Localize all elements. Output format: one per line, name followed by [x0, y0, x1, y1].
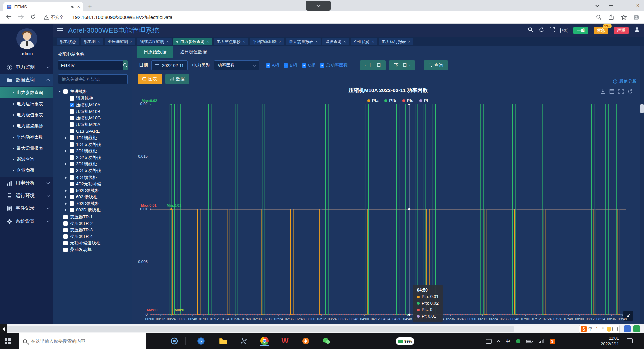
window-maximize-button[interactable]: [623, 4, 626, 7]
phase-checkbox-item[interactable]: A相: [266, 62, 279, 68]
phase-checkbox-item[interactable]: B相: [284, 62, 297, 68]
tab-close-icon[interactable]: ×: [98, 39, 100, 44]
sidebar-subitem[interactable]: 谐波查询: [0, 154, 53, 165]
tree-item[interactable]: 602 馈线柜: [58, 194, 128, 201]
tab-close-icon[interactable]: ×: [206, 39, 209, 44]
browser-dropdown-button[interactable]: [306, 1, 331, 11]
data-view-button[interactable]: 数据: [165, 74, 189, 84]
tree-checkbox[interactable]: [70, 129, 74, 133]
docked-app-blue-icon[interactable]: [624, 325, 631, 332]
user-icon[interactable]: [634, 27, 640, 34]
data-tab[interactable]: 逐日极值数据: [173, 46, 214, 58]
phase-checkbox[interactable]: [302, 63, 306, 68]
tree-collapse-icon[interactable]: [65, 137, 67, 139]
workspace-tab[interactable]: 变压器监测×: [105, 38, 135, 45]
tree-item[interactable]: 柴油发动机: [58, 246, 128, 253]
sogou-logo-icon[interactable]: S: [581, 326, 587, 332]
green-tray-icon[interactable]: [516, 339, 521, 344]
vscroll-thumb[interactable]: [640, 104, 644, 113]
refresh-icon[interactable]: [628, 89, 633, 95]
punctuation-icon[interactable]: ’: [594, 327, 599, 332]
extreme-analysis-link[interactable]: 最值分析: [613, 78, 637, 84]
tree-checkbox[interactable]: [70, 201, 74, 206]
taskbar-search-input[interactable]: [30, 338, 131, 344]
tree-checkbox[interactable]: [70, 175, 74, 180]
workspace-tab[interactable]: 配电状态: [57, 38, 79, 45]
clock-app-icon[interactable]: [196, 336, 206, 346]
workspace-tab[interactable]: 电力参数查询×: [173, 38, 212, 45]
download-icon[interactable]: [600, 89, 605, 95]
tree-checkbox[interactable]: [70, 182, 74, 186]
tab-close-icon[interactable]: ×: [343, 39, 346, 44]
tablet-icon[interactable]: [486, 339, 492, 344]
share-icon[interactable]: [608, 14, 614, 20]
tree-checkbox[interactable]: [70, 135, 74, 140]
ime-indicator[interactable]: 中: [506, 338, 510, 344]
cortana-icon[interactable]: [170, 336, 179, 346]
tree-item[interactable]: G13 SPARE: [58, 128, 128, 135]
tree-item[interactable]: 4D2无功补偿: [58, 181, 128, 187]
sogou-language-bar[interactable]: S 中 ’ °: [579, 325, 620, 333]
security-warning[interactable]: 不安全: [44, 14, 64, 21]
sidebar-item[interactable]: 运行环境: [0, 189, 53, 202]
fullscreen-icon[interactable]: [550, 27, 555, 34]
sidebar-subitem[interactable]: 电力极值报表: [0, 109, 53, 120]
legend-item[interactable]: Pfc: [402, 98, 413, 103]
data-view-icon[interactable]: [609, 89, 614, 95]
legend-item[interactable]: Pfa: [367, 98, 378, 103]
scroll-left-button[interactable]: [0, 324, 7, 334]
tree-collapse-icon[interactable]: [65, 163, 67, 165]
refresh-icon[interactable]: [539, 27, 544, 34]
new-tab-button[interactable]: +: [88, 3, 92, 10]
tree-item[interactable]: 变压器TR-1: [58, 214, 128, 220]
profile-avatar-icon[interactable]: [633, 14, 639, 21]
date-input[interactable]: 2022-02-11: [151, 60, 188, 70]
tree-collapse-icon[interactable]: [65, 189, 67, 192]
tree-item[interactable]: 压缩机M10B: [58, 108, 128, 115]
hscroll-thumb[interactable]: [7, 326, 514, 332]
station-search-button[interactable]: [123, 60, 128, 70]
tree-checkbox[interactable]: [63, 228, 68, 232]
search-icon[interactable]: [528, 27, 533, 34]
tree-item[interactable]: 压缩机M10G: [58, 115, 128, 121]
phase-checkbox-item[interactable]: 总功率因数: [320, 62, 348, 68]
sidebar-item[interactable]: 事件记录: [0, 202, 53, 215]
tree-checkbox[interactable]: [70, 109, 74, 114]
legend-item[interactable]: Pf: [419, 98, 428, 103]
tree-collapse-icon[interactable]: [65, 202, 67, 205]
tree-item[interactable]: 802D 馈线柜: [58, 207, 128, 214]
tree-item[interactable]: 主进线柜: [58, 88, 128, 95]
tree-item[interactable]: 702D馈线柜: [58, 200, 128, 207]
pinwheel-tool-icon[interactable]: [239, 336, 248, 346]
tree-item[interactable]: 1D1无功补偿: [58, 141, 128, 148]
tree-item[interactable]: 压缩机M20A: [58, 121, 128, 128]
phase-checkbox[interactable]: [320, 63, 324, 68]
tree-collapse-icon[interactable]: [65, 209, 67, 211]
tree-item[interactable]: 3D1无功补偿: [58, 167, 128, 174]
tree-checkbox[interactable]: [63, 89, 68, 94]
zoom-icon[interactable]: [596, 14, 602, 20]
workspace-tab[interactable]: 电力运行报表×: [379, 38, 413, 45]
tree-item[interactable]: 3D1馈线柜: [58, 161, 128, 168]
sidebar-item[interactable]: 电力监测: [0, 61, 53, 74]
sidebar-subitem[interactable]: 电力整点集抄: [0, 120, 53, 131]
type-select[interactable]: 功率因数: [214, 60, 259, 70]
tree-checkbox[interactable]: [63, 221, 68, 226]
sidebar-subitem[interactable]: 电力运行报表: [0, 98, 53, 109]
phase-checkbox-item[interactable]: C相: [302, 62, 315, 68]
workspace-tab[interactable]: 最大需量报表×: [286, 38, 321, 45]
tree-checkbox[interactable]: [70, 155, 74, 160]
tab-close-icon[interactable]: ×: [130, 39, 132, 44]
url-text[interactable]: 192.168.1.100:8090/3000WEBV2/ElectricDat…: [72, 15, 172, 20]
phase-checkbox[interactable]: [266, 63, 270, 68]
tree-item[interactable]: 变压器TR-2: [58, 220, 128, 227]
legend-item[interactable]: Pfb: [384, 98, 396, 103]
ime-mode-icon[interactable]: 中: [588, 326, 593, 332]
tree-item[interactable]: 变压器TR-3: [58, 227, 128, 233]
sogou-tray-icon[interactable]: S: [550, 339, 555, 344]
prev-day-button[interactable]: ‹上一日: [360, 60, 386, 70]
tree-filter-input[interactable]: [58, 74, 128, 84]
page-vscrollbar[interactable]: [640, 46, 644, 324]
tree-item[interactable]: 无功补偿进线柜: [58, 240, 128, 247]
tree-item[interactable]: 压缩机M10A: [58, 102, 128, 108]
